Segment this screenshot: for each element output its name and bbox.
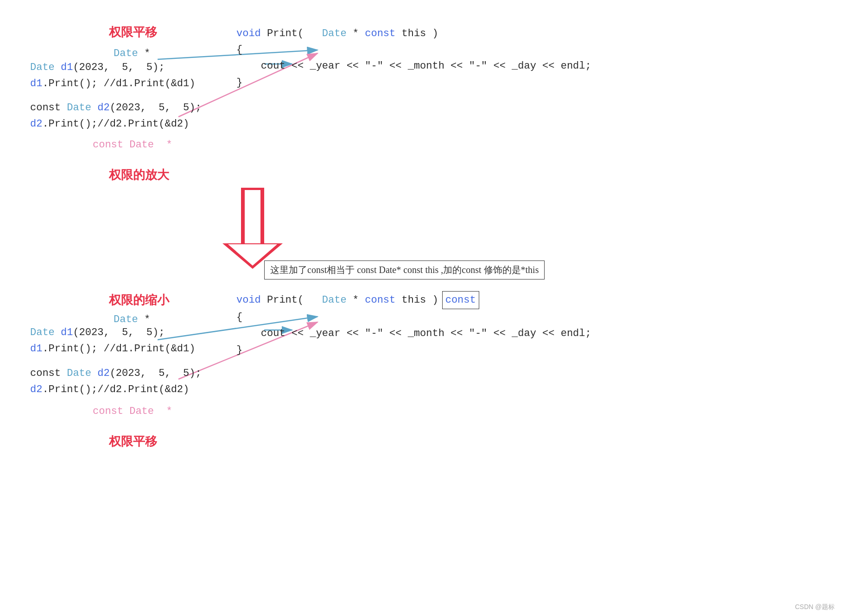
bottom-d1-code: Date d1(2023, 5, 5); d1.Print(); //d1.Pr…: [30, 324, 195, 357]
watermark: CSDN @题标: [795, 603, 835, 611]
main-container: 权限平移 Date * Date d1(2023, 5, 5); d1.Prin…: [0, 0, 844, 616]
top-title-quanxian-pingyi: 权限平移: [109, 24, 157, 40]
bottom-d2-code: const Date d2(2023, 5, 5); d2.Print();//…: [30, 365, 202, 398]
annotation-box: 这里加了const相当于 const Date* const this ,加的c…: [264, 260, 545, 279]
svg-rect-13: [245, 190, 260, 243]
top-d1-code: Date d1(2023, 5, 5); d1.Print(); //d1.Pr…: [30, 59, 195, 92]
top-const-date-star-label: const Date *: [93, 137, 172, 153]
bottom-title-quanxian-suoxiao: 权限的缩小: [109, 292, 169, 308]
middle-title-quanxian-fangda: 权限的放大: [109, 167, 169, 183]
bottom-quanxian-pingyi: 权限平移: [109, 433, 157, 450]
bottom-function-header: void Print( Date * const this ) const { …: [236, 291, 591, 358]
bottom-const-date-star-label: const Date *: [93, 403, 172, 419]
top-d2-code: const Date d2(2023, 5, 5); d2.Print();//…: [30, 100, 202, 132]
top-function-header: void Print( Date * const this ) { cout <…: [236, 25, 591, 91]
